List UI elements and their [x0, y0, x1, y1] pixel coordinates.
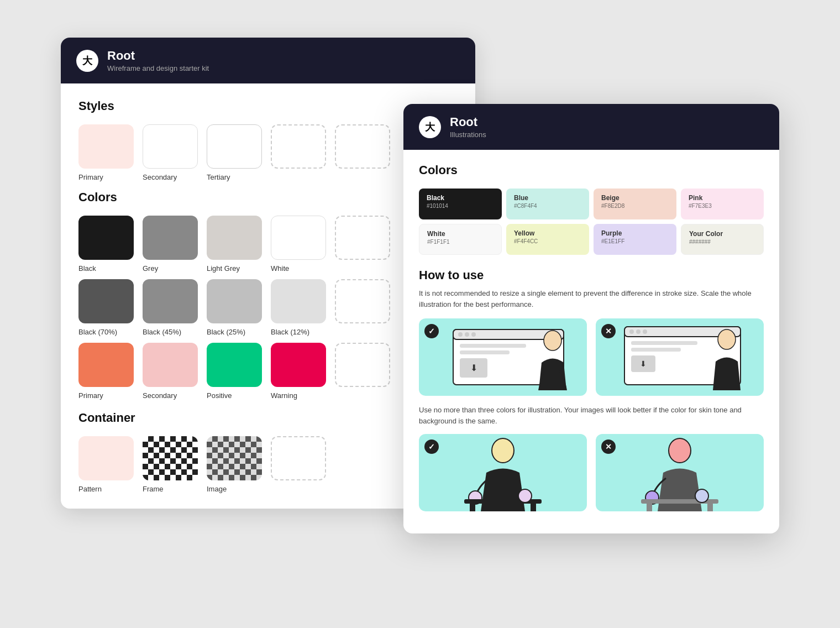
color-label-white: White [271, 264, 289, 273]
illustration-row-2: ✓ [419, 434, 764, 511]
illustration-box-check: ✓ ⬇ [419, 318, 587, 396]
color-cell-pink: Pink #F7E3E3 [681, 189, 764, 219]
svg-point-20 [492, 438, 514, 463]
front-card-header: 大 Root Illustrations [403, 104, 779, 150]
style-item-dashed1 [271, 124, 326, 181]
illustration-row-1: ✓ ⬇ [419, 318, 764, 396]
svg-point-3 [465, 332, 469, 337]
front-card-body: Colors Black #101014 Blue #C8F4F4 Beige … [403, 150, 779, 533]
container-label-frame: Frame [143, 485, 164, 493]
color-swatch-positive [207, 343, 262, 387]
color-item-secondary: Secondary [143, 343, 198, 400]
style-item-primary: Primary [78, 124, 134, 181]
back-card-header: 大 Root Wireframe and design starter kit [61, 38, 475, 83]
how-to-use-title: How to use [419, 268, 764, 282]
style-swatch-primary [78, 124, 134, 169]
how-to-use-section: How to use It is not recommended to resi… [419, 268, 764, 511]
illustration-svg-cross: ⬇ [596, 318, 764, 396]
styles-title: Styles [78, 99, 458, 113]
svg-point-14 [643, 329, 647, 334]
color-item-black12: Black (12%) [271, 279, 326, 336]
colors-row-3: Primary Secondary Positive Warning [78, 343, 458, 400]
svg-text:⬇: ⬇ [470, 363, 477, 373]
color-item-black70: Black (70%) [78, 279, 134, 336]
color-swatch-secondary [143, 343, 198, 387]
cell-code-beige: #F8E2D8 [601, 203, 669, 209]
cell-name-yourcolor: Your Color [689, 230, 755, 238]
cell-name-white: White [427, 230, 494, 238]
svg-point-13 [636, 329, 641, 334]
svg-rect-23 [470, 504, 475, 511]
front-logo: 大 [419, 116, 441, 138]
how-to-use-description2: Use no more than three colors for illust… [419, 405, 764, 426]
color-swatch-primary [78, 343, 134, 387]
cell-name-pink: Pink [689, 194, 756, 202]
cell-code-blue: #C8F4F4 [514, 203, 581, 209]
illustration-box-cross: ✕ ⬇ [596, 318, 764, 396]
svg-point-4 [471, 332, 476, 337]
color-swatch-warning [271, 343, 326, 387]
container-item-frame: Frame [143, 436, 198, 493]
illustration-box-check2: ✓ [419, 434, 587, 511]
color-label-positive: Positive [207, 391, 232, 400]
color-label-black: Black [78, 264, 96, 273]
color-cell-blue: Blue #C8F4F4 [506, 189, 589, 219]
color-item-r3-extra [335, 343, 390, 400]
cell-code-purple: #E1E1FF [601, 238, 669, 244]
svg-rect-15 [631, 341, 697, 345]
color-label-secondary: Secondary [143, 391, 177, 400]
svg-text:⬇: ⬇ [640, 359, 647, 368]
color-swatch-black45 [143, 279, 198, 323]
style-item-dashed2 [335, 124, 390, 181]
color-cell-purple: Purple #E1E1FF [594, 224, 676, 255]
container-label-image: Image [207, 485, 227, 493]
scene: 大 Root Wireframe and design starter kit … [61, 38, 779, 590]
colors-section: Colors Black Grey Light Grey [78, 190, 458, 400]
color-item-white: White [271, 216, 326, 273]
front-card-title: Root [450, 115, 486, 129]
colors-row-1: Black Grey Light Grey White [78, 216, 458, 273]
style-swatch-tertiary [207, 124, 262, 169]
front-colors-title: Colors [419, 163, 764, 177]
back-card-subtitle: Wireframe and design starter kit [107, 64, 209, 72]
color-item-black45: Black (45%) [143, 279, 198, 336]
color-item-r2-extra [335, 279, 390, 336]
svg-rect-30 [707, 504, 713, 511]
illustration-svg-person-cross [596, 434, 764, 511]
front-colors-table: Black #101014 Blue #C8F4F4 Beige #F8E2D8… [419, 189, 764, 255]
front-card: 大 Root Illustrations Colors Black #10101… [403, 104, 779, 533]
style-label-tertiary: Tertiary [207, 173, 230, 181]
color-label-black25: Black (25%) [207, 328, 245, 336]
svg-point-25 [518, 489, 532, 503]
color-swatch-white [271, 216, 326, 260]
color-swatch-r3-extra [335, 343, 390, 387]
cell-code-yourcolor: ####### [689, 239, 755, 245]
cell-code-pink: #F7E3E3 [689, 203, 756, 209]
cell-code-white: #F1F1F1 [427, 239, 494, 245]
svg-rect-24 [531, 504, 536, 511]
color-item-primary: Primary [78, 343, 134, 400]
style-item-tertiary: Tertiary [207, 124, 262, 181]
colors-row-2: Black (70%) Black (45%) Black (25%) Blac… [78, 279, 458, 336]
svg-point-31 [695, 489, 708, 503]
color-swatch-black70 [78, 279, 134, 323]
color-item-black: Black [78, 216, 134, 273]
container-title: Container [78, 411, 458, 425]
back-logo: 大 [76, 50, 98, 72]
color-cell-yourcolor: Your Color ####### [681, 224, 764, 255]
svg-point-9 [544, 331, 561, 350]
cell-name-blue: Blue [514, 194, 581, 202]
cell-name-purple: Purple [601, 229, 669, 237]
style-label-primary: Primary [78, 173, 103, 181]
container-item-pattern: Pattern [78, 436, 134, 493]
illustration-svg-person-check [419, 434, 587, 511]
container-section: Container Pattern Frame Image [78, 411, 458, 493]
svg-point-19 [718, 329, 736, 349]
cell-code-yellow: #F4F4CC [514, 238, 581, 244]
svg-rect-5 [460, 344, 526, 348]
container-swatch-image [207, 436, 262, 480]
cell-code-black: #101014 [427, 203, 494, 209]
illustration-svg-check: ⬇ [419, 318, 587, 396]
color-cell-yellow: Yellow #F4F4CC [506, 224, 589, 255]
style-swatch-dashed1 [271, 124, 326, 169]
